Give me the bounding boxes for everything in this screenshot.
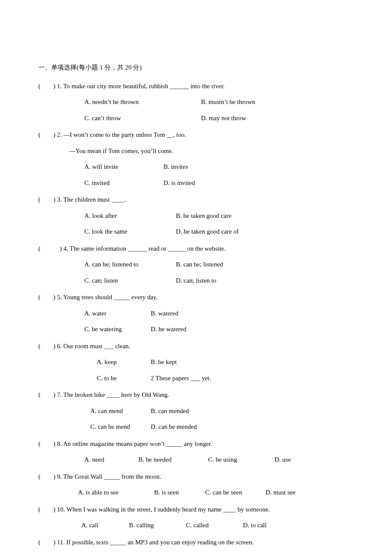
option-3D[interactable]: D. be taken good care of [176, 224, 239, 240]
question-1-options-row1: A. needn’t be thrown B. mustn’t be throw… [38, 94, 354, 110]
option-5C[interactable]: C. be watering [84, 321, 149, 338]
question-5-stem: ( ) 5. Young trees should _____ every da… [38, 289, 354, 306]
question-3-options-row1: A. look after B. be taken good care [38, 208, 354, 224]
option-10A[interactable]: A. call [81, 517, 127, 534]
option-9C[interactable]: C. can be seen [205, 485, 264, 501]
option-1B[interactable]: B. mustn’t be thrown [201, 94, 255, 110]
question-5-options-row2: C. be watering D. be watered [38, 321, 354, 338]
question-2-options-row1: A. will invite B. invites [38, 159, 354, 175]
section-title: 一、单项选择(每小题 1 分，共 20 分) [38, 60, 354, 76]
option-10D[interactable]: D. to call [243, 517, 266, 534]
option-6C[interactable]: C. to be [97, 370, 149, 387]
option-3A[interactable]: A. look after [84, 208, 174, 224]
option-7B[interactable]: B. can mended [151, 403, 189, 419]
question-7-options-row1: A. can mend B. can mended [38, 403, 354, 419]
option-11B[interactable]: B. may put in [182, 550, 217, 555]
question-4: ( ) 4. The same information ______ read … [38, 241, 354, 289]
option-4A[interactable]: A. can be; listened to [84, 257, 174, 273]
question-2-options-row2: C. invited D. is invited [38, 175, 354, 191]
question-11-options-row1: A. can be put into B. may put in [38, 550, 354, 555]
option-3B[interactable]: B. be taken good care [176, 208, 231, 224]
option-3C[interactable]: C. look the same [84, 224, 174, 240]
option-7D[interactable]: D. can be mended [151, 419, 197, 435]
question-9-options-row1: A. is able to see B. is seen C. can be s… [38, 485, 354, 501]
question-4-options-row2: C. can; listen D. can; listen to [38, 273, 354, 289]
option-10B[interactable]: B. calling [129, 517, 184, 534]
question-6: ( ) 6. Our room must ___ clean. A. keep … [38, 338, 354, 387]
question-1-options-row2: C. can’t throw D. may not throw [38, 110, 354, 127]
question-5: ( ) 5. Young trees should _____ every da… [38, 289, 354, 338]
option-8C[interactable]: C. be using [208, 452, 273, 468]
option-8B[interactable]: B. be needed [138, 452, 207, 468]
question-10-options-row1: A. call B. calling C. called D. to call [38, 517, 354, 534]
question-6-options-row2: C. to be 2 These papers ___ yet. [38, 370, 354, 387]
option-9A[interactable]: A. is able to see [78, 485, 153, 501]
worksheet-page: 一、单项选择(每小题 1 分，共 20 分) ( ) 1. To make ou… [0, 0, 392, 555]
question-1: ( ) 1. To make our city more beautiful, … [38, 78, 354, 127]
option-7A[interactable]: A. can mend [90, 403, 149, 419]
question-9: ( ) 9. The Great Wall _____ from the moo… [38, 469, 354, 501]
question-2: ( ) 2. —I won’t come to the party unless… [38, 127, 354, 191]
question-8-stem: ( ) 8. An online magazine means paper wo… [38, 436, 354, 452]
option-5A[interactable]: A. water [84, 306, 149, 322]
option-1C[interactable]: C. can’t throw [84, 110, 199, 127]
question-3: ( ) 3. The children must ____. A. look a… [38, 192, 354, 240]
question-6-options-row1: A. keep B. be kept [38, 354, 354, 370]
option-2C[interactable]: C. invited [84, 175, 162, 191]
question-11-stem: ( ) 11. If possible, texts _____ an MP3 … [38, 535, 354, 551]
option-2D[interactable]: D. is invited [164, 175, 195, 191]
option-6D[interactable]: 2 These papers ___ yet. [151, 370, 211, 387]
option-4B[interactable]: B. can be; listened [176, 257, 223, 273]
option-1A[interactable]: A. needn’t be thrown [84, 94, 199, 110]
question-7: ( ) 7. The broken bike ____ here by Old … [38, 387, 354, 435]
question-10-stem: ( ) 10. When I was walking in the street… [38, 502, 354, 518]
option-11A[interactable]: A. can be put into [78, 550, 181, 555]
option-6A[interactable]: A. keep [97, 354, 149, 370]
option-8A[interactable]: A. need [84, 452, 137, 468]
question-8: ( ) 8. An online magazine means paper wo… [38, 436, 354, 468]
option-5D[interactable]: D. be watered [151, 321, 187, 338]
question-2-stem: ( ) 2. —I won’t come to the party unless… [38, 127, 354, 143]
question-4-options-row1: A. can be; listened to B. can be; listen… [38, 257, 354, 273]
option-5B[interactable]: B. watered [151, 306, 179, 322]
question-7-stem: ( ) 7. The broken bike ____ here by Old … [38, 387, 354, 403]
question-7-options-row2: C. can be mend D. can be mended [38, 419, 354, 435]
question-8-options-row1: A. need B. be needed C. be using D. use [38, 452, 354, 468]
question-2-line2: —You mean if Tom comes, you’ll come. [38, 143, 354, 159]
question-11: ( ) 11. If possible, texts _____ an MP3 … [38, 535, 354, 555]
question-5-options-row1: A. water B. watered [38, 306, 354, 322]
option-2B[interactable]: B. invites [164, 159, 188, 175]
option-4D[interactable]: D. can; listen to [176, 273, 216, 289]
option-1D[interactable]: D. may not throw [201, 110, 246, 127]
option-8D[interactable]: D. use [274, 452, 291, 468]
question-10: ( ) 10. When I was walking in the street… [38, 502, 354, 534]
question-1-stem: ( ) 1. To make our city more beautiful, … [38, 78, 354, 95]
option-10C[interactable]: C. called [186, 517, 242, 534]
question-6-stem: ( ) 6. Our room must ___ clean. [38, 338, 354, 355]
question-3-options-row2: C. look the same D. be taken good care o… [38, 224, 354, 240]
option-6B[interactable]: B. be kept [151, 354, 177, 370]
question-4-stem: ( ) 4. The same information ______ read … [38, 241, 354, 257]
question-3-stem: ( ) 3. The children must ____. [38, 192, 354, 208]
option-7C[interactable]: C. can be mend [90, 419, 149, 435]
option-9D[interactable]: D. must see [265, 485, 295, 501]
option-9B[interactable]: B. is seen [154, 485, 204, 501]
question-9-stem: ( ) 9. The Great Wall _____ from the moo… [38, 469, 354, 485]
option-4C[interactable]: C. can; listen [84, 273, 174, 289]
option-2A[interactable]: A. will invite [84, 159, 162, 175]
